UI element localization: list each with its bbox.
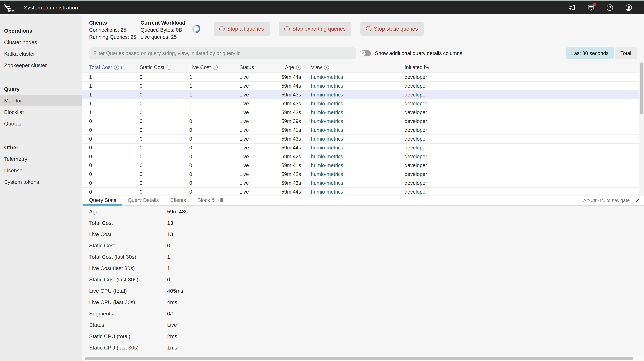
info-icon[interactable] bbox=[296, 65, 301, 70]
horizontal-scrollbar[interactable] bbox=[82, 356, 644, 361]
column-header-live-cost[interactable]: Live Cost bbox=[189, 65, 240, 70]
view-link[interactable]: humio-metrics bbox=[311, 171, 343, 177]
vertical-scrollbar-thumb[interactable] bbox=[640, 63, 643, 114]
column-header-view[interactable]: View bbox=[311, 65, 404, 70]
cell-total-cost: 1 bbox=[89, 92, 140, 98]
column-header-initiated-by[interactable]: Initiated by bbox=[404, 65, 639, 70]
cell-initiated-by: developer bbox=[404, 83, 639, 89]
query-table-row[interactable]: 0 0 0 Live 59m 41s humio-metrics develop… bbox=[82, 161, 639, 170]
sidebar-header-other: Other bbox=[0, 142, 82, 153]
query-table-row[interactable]: 1 0 1 Live 59m 43s humio-metrics develop… bbox=[82, 99, 639, 108]
info-icon[interactable] bbox=[324, 65, 329, 70]
sidebar-item[interactable]: Monitor bbox=[0, 95, 82, 106]
cell-age: 59m 44s bbox=[271, 189, 311, 195]
query-table-row[interactable]: 0 0 0 Live 59m 42s humio-metrics develop… bbox=[82, 170, 639, 179]
info-icon[interactable] bbox=[213, 65, 218, 70]
sidebar-item[interactable]: Quotas bbox=[0, 118, 82, 129]
view-link[interactable]: humio-metrics bbox=[311, 136, 343, 142]
query-table-row[interactable]: 0 0 0 Live 59m 43s humio-metrics develop… bbox=[82, 135, 639, 144]
announcements-icon[interactable] bbox=[568, 4, 576, 11]
cell-static-cost: 0 bbox=[140, 101, 189, 107]
query-table-row[interactable]: 0 0 0 Live 59m 42s humio-metrics develop… bbox=[82, 152, 639, 161]
sidebar-section-other: Other TelemetryLicenseSystem tokens bbox=[0, 142, 82, 188]
info-icon bbox=[284, 26, 290, 32]
cell-live-cost: 0 bbox=[189, 145, 240, 151]
sidebar-item[interactable]: Telemetry bbox=[0, 153, 82, 165]
close-panel-icon[interactable] bbox=[635, 197, 640, 203]
cell-total-cost: 0 bbox=[89, 145, 140, 151]
stat-label: Age bbox=[89, 209, 167, 215]
details-tab[interactable]: Query Stats bbox=[83, 195, 122, 205]
horizontal-scrollbar-thumb[interactable] bbox=[85, 357, 633, 360]
stat-row: Live Cost 13 bbox=[82, 229, 644, 240]
stat-value: 0 bbox=[167, 276, 170, 283]
range-total-button[interactable]: Total bbox=[614, 48, 637, 60]
help-icon[interactable] bbox=[606, 4, 614, 11]
cell-live-cost: 0 bbox=[189, 136, 240, 142]
view-link[interactable]: humio-metrics bbox=[311, 92, 343, 98]
query-table-row[interactable]: 1 0 1 Live 59m 43s humio-metrics develop… bbox=[82, 108, 639, 117]
column-header-age[interactable]: Age bbox=[271, 65, 311, 70]
view-link[interactable]: humio-metrics bbox=[311, 145, 343, 151]
column-header-total-cost[interactable]: Total Cost bbox=[89, 64, 140, 71]
info-icon[interactable] bbox=[166, 65, 172, 70]
cell-static-cost: 0 bbox=[140, 189, 189, 195]
cell-initiated-by: developer bbox=[404, 118, 639, 124]
sidebar-item[interactable]: Cluster nodes bbox=[0, 37, 82, 48]
stop-all-queries-button[interactable]: Stop all queries bbox=[214, 22, 270, 36]
cell-static-cost: 0 bbox=[140, 136, 189, 142]
view-link[interactable]: humio-metrics bbox=[311, 118, 343, 124]
query-table-row[interactable]: 1 0 1 Live 59m 44s humio-metrics develop… bbox=[82, 82, 639, 91]
stat-value: 0 bbox=[167, 242, 170, 249]
view-link[interactable]: humio-metrics bbox=[311, 74, 343, 80]
stat-label: Total Cost bbox=[89, 220, 167, 226]
query-table-row[interactable]: 0 0 0 Live 59m 41s humio-metrics develop… bbox=[82, 126, 639, 135]
query-table-row[interactable]: 0 0 0 Live 59m 43s humio-metrics develop… bbox=[82, 179, 639, 188]
view-link[interactable]: humio-metrics bbox=[311, 83, 343, 89]
messages-icon[interactable] bbox=[587, 4, 595, 11]
details-tab[interactable]: Block & Kill bbox=[192, 195, 229, 205]
sidebar-item[interactable]: Blocklist bbox=[0, 106, 82, 118]
column-header-status[interactable]: Status bbox=[240, 65, 271, 70]
range-last-30-seconds-button[interactable]: Last 30 seconds bbox=[566, 48, 614, 60]
column-header-static-cost[interactable]: Static Cost bbox=[140, 65, 189, 70]
sidebar-item[interactable]: Kafka cluster bbox=[0, 48, 82, 60]
details-tab[interactable]: Query Details bbox=[122, 195, 164, 205]
stat-value: 59m 43s bbox=[167, 209, 188, 215]
details-tab[interactable]: Clients bbox=[164, 195, 192, 205]
sidebar-item[interactable]: License bbox=[0, 165, 82, 176]
cell-total-cost: 0 bbox=[89, 171, 140, 177]
cell-age: 59m 43s bbox=[271, 110, 311, 115]
query-table-row[interactable]: 1 0 1 Live 59m 44s humio-metrics develop… bbox=[82, 73, 639, 82]
cell-total-cost: 0 bbox=[89, 136, 140, 142]
view-link[interactable]: humio-metrics bbox=[311, 180, 343, 186]
view-link[interactable]: humio-metrics bbox=[311, 127, 343, 133]
account-icon[interactable] bbox=[625, 4, 632, 11]
cell-status: Live bbox=[240, 110, 271, 115]
sidebar-item[interactable]: Zookeeper cluster bbox=[0, 60, 82, 71]
cell-live-cost: 0 bbox=[189, 154, 240, 160]
view-link[interactable]: humio-metrics bbox=[311, 154, 343, 160]
view-link[interactable]: humio-metrics bbox=[311, 110, 343, 115]
stat-value: 2ms bbox=[167, 333, 177, 339]
query-table-row[interactable]: 0 0 0 Live 59m 39s humio-metrics develop… bbox=[82, 117, 639, 126]
stop-exporting-queries-button[interactable]: Stop exporting queries bbox=[279, 22, 351, 36]
info-icon[interactable] bbox=[114, 65, 119, 70]
view-link[interactable]: humio-metrics bbox=[311, 101, 343, 107]
cell-static-cost: 0 bbox=[140, 127, 189, 133]
view-link[interactable]: humio-metrics bbox=[311, 189, 343, 195]
clients-summary: Clients Connections: 25 Running Queries:… bbox=[89, 20, 140, 40]
query-table-row[interactable]: 0 0 0 Live 59m 44s humio-metrics develop… bbox=[82, 144, 639, 152]
table-vertical-scrollbar[interactable] bbox=[639, 61, 644, 195]
clients-running-queries: Running Queries: 25 bbox=[89, 34, 140, 40]
cell-static-cost: 0 bbox=[140, 180, 189, 186]
view-link[interactable]: humio-metrics bbox=[311, 163, 343, 168]
stop-static-queries-button[interactable]: Stop static queries bbox=[360, 22, 424, 36]
query-table-row[interactable]: 1 0 1 Live 59m 43s humio-metrics develop… bbox=[82, 91, 639, 99]
sidebar-item[interactable]: System tokens bbox=[0, 176, 82, 188]
query-filter-input[interactable] bbox=[89, 48, 356, 60]
cell-total-cost: 1 bbox=[89, 83, 140, 89]
stat-row: Segments 0/0 bbox=[82, 308, 644, 319]
cell-static-cost: 0 bbox=[140, 110, 189, 115]
additional-columns-toggle[interactable] bbox=[360, 50, 371, 57]
